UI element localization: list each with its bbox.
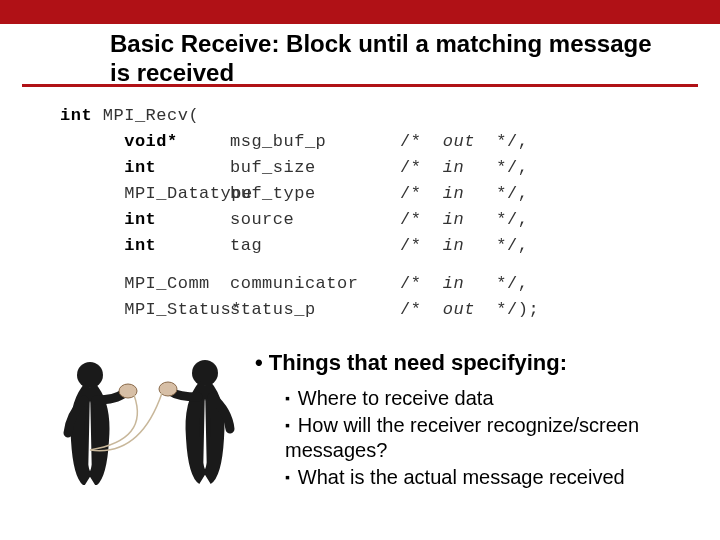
param-comment: /* in */, — [400, 184, 528, 203]
param-type: MPI_Datatype — [60, 184, 230, 203]
param-type: void* — [60, 132, 230, 151]
param-name: communicator — [230, 274, 400, 293]
bullet-main: Things that need specifying: — [255, 350, 695, 376]
param-comment: /* out */); — [400, 300, 539, 319]
code-param-row: MPI_Datatypebuf_type/* in */, — [60, 184, 539, 210]
slide-title: Basic Receive: Block until a matching me… — [110, 30, 670, 88]
code-fn-decl: int MPI_Recv( — [60, 106, 539, 132]
param-name: buf_size — [230, 158, 400, 177]
param-type: int — [60, 236, 230, 255]
tin-can-phone-illustration — [50, 345, 250, 485]
param-comment: /* out */, — [400, 132, 528, 151]
code-param-row: MPI_Status*status_p/* out */); — [60, 300, 539, 326]
param-comment: /* in */, — [400, 158, 528, 177]
param-type: int — [60, 210, 230, 229]
code-param-row: void*msg_buf_p/* out */, — [60, 132, 539, 158]
param-type: MPI_Comm — [60, 274, 230, 293]
code-param-row: intsource/* in */, — [60, 210, 539, 236]
code-param-row: MPI_Commcommunicator/* in */, — [60, 274, 539, 300]
bullet-block: Things that need specifying: Where to re… — [255, 350, 695, 492]
svg-point-1 — [192, 360, 218, 386]
param-comment: /* in */, — [400, 210, 528, 229]
code-block: int MPI_Recv( void*msg_buf_p/* out */, i… — [60, 106, 539, 326]
code-return-type: int — [60, 106, 92, 125]
param-name: status_p — [230, 300, 400, 319]
param-name: tag — [230, 236, 400, 255]
bullet-sub: What is the actual message received — [285, 465, 695, 490]
code-fn-name: MPI_Recv( — [103, 106, 199, 125]
code-param-row: intbuf_size/* in */, — [60, 158, 539, 184]
param-name: source — [230, 210, 400, 229]
param-type: int — [60, 158, 230, 177]
header-bar — [0, 0, 720, 24]
code-param-row: inttag/* in */, — [60, 236, 539, 262]
bullet-sub: How will the receiver recognize/screen m… — [285, 413, 695, 463]
param-comment: /* in */, — [400, 274, 528, 293]
bullet-sub: Where to receive data — [285, 386, 695, 411]
svg-point-0 — [77, 362, 103, 388]
param-type: MPI_Status* — [60, 300, 230, 319]
param-name: msg_buf_p — [230, 132, 400, 151]
param-comment: /* in */, — [400, 236, 528, 255]
param-name: buf_type — [230, 184, 400, 203]
